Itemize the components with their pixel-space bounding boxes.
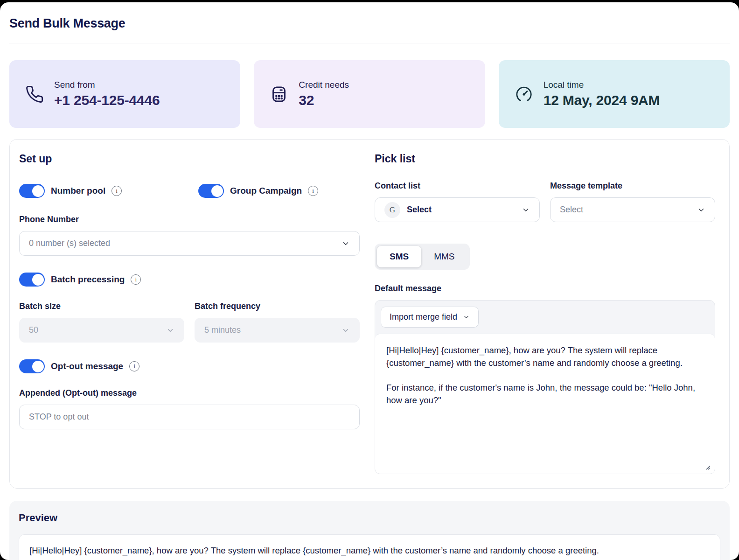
batch-size-field: Batch size 50 (19, 287, 184, 343)
batch-processing-toggle[interactable] (19, 273, 45, 287)
batch-processing-toggle-row: Batch precessing i (19, 273, 360, 287)
pick-list-section: Pick list Contact list G Select Message … (375, 153, 715, 474)
import-merge-field-label: Import merge field (390, 312, 457, 322)
default-message-textarea[interactable]: [Hi|Hello|Hey] {customer_name}, how are … (375, 334, 715, 474)
credit-needs-label: Credit needs (299, 80, 349, 90)
batch-fields-row: Batch size 50 Batch frequency 5 minutes (19, 287, 360, 343)
contact-list-field: Contact list G Select (375, 165, 540, 222)
contact-list-select-value: Select (407, 205, 432, 215)
batch-size-select[interactable]: 50 (19, 318, 184, 343)
gauge-icon (515, 85, 533, 104)
credit-needs-text: Credit needs 32 (299, 80, 349, 108)
message-type-tabs: SMS MMS (375, 244, 470, 270)
contact-avatar: G (384, 202, 400, 218)
send-from-value: +1 254-125-4446 (54, 92, 160, 108)
message-template-field: Message template Select (550, 165, 715, 222)
send-bulk-message-page: Send Bulk Message Send from +1 254-125-4… (0, 2, 739, 560)
chevron-down-icon (463, 314, 470, 321)
tab-mms[interactable]: MMS (421, 246, 467, 267)
preview-section: Preview [Hi|Hello|Hey] {customer_name}, … (9, 501, 730, 560)
default-message-label: Default message (375, 284, 715, 294)
chevron-down-icon (342, 326, 350, 335)
contact-list-select[interactable]: G Select (375, 197, 540, 222)
default-message-editor: Import merge field [Hi|Hello|Hey] {custo… (375, 300, 715, 474)
chevron-down-icon (522, 206, 530, 214)
chevron-down-icon (342, 239, 350, 248)
message-template-select-value: Select (560, 205, 583, 215)
toggle-row: Number pool i Group Campaign i (19, 184, 360, 198)
send-from-text: Send from +1 254-125-4446 (54, 80, 160, 108)
credit-needs-value: 32 (299, 92, 349, 108)
contact-list-label: Contact list (375, 181, 540, 191)
message-template-select[interactable]: Select (550, 197, 715, 222)
send-from-label: Send from (54, 80, 160, 90)
appended-message-label: Appended (Opt-out) message (19, 388, 360, 398)
calculator-icon (270, 85, 288, 104)
header-divider (9, 43, 730, 43)
toggle-knob (211, 185, 223, 197)
chevron-down-icon (697, 206, 705, 214)
preview-heading: Preview (19, 512, 720, 524)
credit-needs-card: Credit needs 32 (254, 60, 485, 128)
phone-number-label: Phone Number (19, 215, 360, 224)
local-time-value: 12 May, 2024 9AM (544, 92, 660, 108)
contact-list-select-left: G Select (384, 202, 432, 218)
info-cards-row: Send from +1 254-125-4446 Credit needs 3… (9, 60, 730, 128)
group-campaign-toggle-group: Group Campaign i (198, 184, 318, 198)
number-pool-toggle[interactable] (19, 184, 45, 198)
message-editor-body: [Hi|Hello|Hey] {customer_name}, how are … (375, 334, 715, 474)
phone-number-select[interactable]: 0 number (s) selected (19, 231, 360, 256)
group-campaign-label: Group Campaign (230, 186, 302, 196)
group-campaign-info-icon[interactable]: i (308, 186, 318, 196)
number-pool-info-icon[interactable]: i (112, 186, 122, 196)
import-merge-field-button[interactable]: Import merge field (381, 307, 479, 328)
message-template-label: Message template (550, 181, 715, 191)
number-pool-toggle-group: Number pool i (19, 184, 198, 198)
main-panel: Set up Number pool i Group Campaign i Ph… (9, 139, 730, 489)
chevron-down-icon (166, 326, 174, 335)
batch-processing-info-icon[interactable]: i (131, 274, 141, 285)
setup-section: Set up Number pool i Group Campaign i Ph… (19, 153, 360, 474)
pick-list-heading: Pick list (375, 153, 715, 165)
preview-text: [Hi|Hello|Hey] {customer_name}, how are … (19, 534, 720, 560)
setup-heading: Set up (19, 153, 360, 165)
local-time-text: Local time 12 May, 2024 9AM (544, 80, 660, 108)
page-header: Send Bulk Message (0, 2, 739, 31)
opt-out-toggle[interactable] (19, 359, 45, 373)
toggle-knob (32, 361, 44, 372)
number-pool-label: Number pool (51, 186, 105, 196)
batch-size-value: 50 (29, 325, 38, 335)
opt-out-label: Opt-out message (51, 361, 123, 371)
toggle-knob (32, 185, 44, 197)
group-campaign-toggle[interactable] (198, 184, 224, 198)
tab-sms[interactable]: SMS (377, 246, 421, 267)
local-time-card: Local time 12 May, 2024 9AM (499, 60, 730, 128)
batch-frequency-label: Batch frequency (195, 301, 360, 311)
opt-out-toggle-group: Opt-out message i (19, 359, 139, 373)
batch-size-label: Batch size (19, 301, 184, 311)
message-editor-toolbar: Import merge field (375, 301, 715, 334)
phone-icon (25, 85, 44, 104)
batch-processing-label: Batch precessing (51, 274, 125, 285)
local-time-label: Local time (544, 80, 660, 90)
batch-frequency-select[interactable]: 5 minutes (195, 318, 360, 343)
page-title: Send Bulk Message (9, 16, 730, 31)
pick-list-fields-row: Contact list G Select Message template S… (375, 165, 715, 222)
send-from-card: Send from +1 254-125-4446 (9, 60, 240, 128)
resize-handle-icon[interactable] (704, 463, 711, 470)
toggle-knob (32, 274, 44, 286)
appended-message-input[interactable] (19, 405, 360, 429)
batch-processing-toggle-group: Batch precessing i (19, 273, 141, 287)
batch-frequency-value: 5 minutes (204, 325, 241, 335)
opt-out-toggle-row: Opt-out message i (19, 359, 360, 373)
phone-number-select-value: 0 number (s) selected (29, 238, 110, 248)
opt-out-info-icon[interactable]: i (129, 361, 139, 371)
batch-frequency-field: Batch frequency 5 minutes (195, 287, 360, 343)
